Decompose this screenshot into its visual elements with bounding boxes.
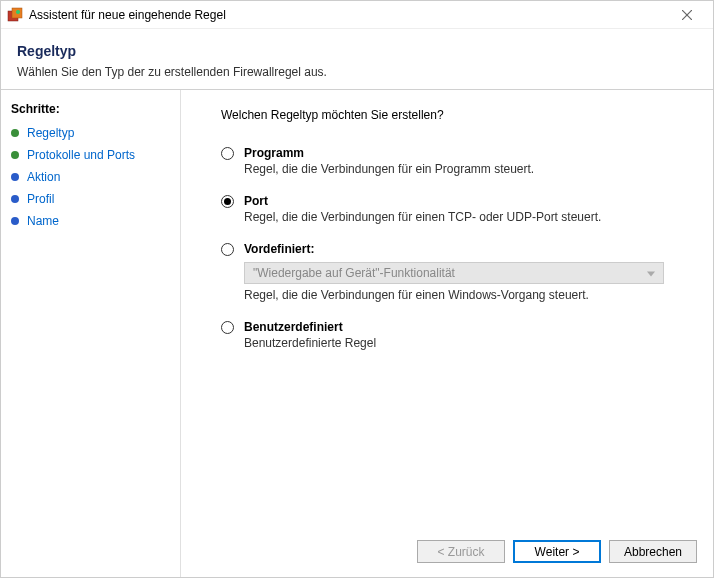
radio-custom[interactable] bbox=[221, 321, 234, 334]
titlebar: Assistent für neue eingehende Regel bbox=[1, 1, 713, 29]
option-body: Port Regel, die die Verbindungen für ein… bbox=[244, 194, 689, 224]
option-desc: Regel, die die Verbindungen für ein Prog… bbox=[244, 162, 689, 176]
page-title: Regeltyp bbox=[17, 43, 697, 59]
header: Regeltyp Wählen Sie den Typ der zu erste… bbox=[1, 29, 713, 89]
next-button[interactable]: Weiter > bbox=[513, 540, 601, 563]
option-body: Vordefiniert: "Wiedergabe auf Gerät"-Fun… bbox=[244, 242, 689, 302]
step-label: Name bbox=[27, 214, 59, 228]
step-label: Regeltyp bbox=[27, 126, 74, 140]
step-aktion[interactable]: Aktion bbox=[9, 166, 180, 188]
sidebar: Schritte: Regeltyp Protokolle und Ports … bbox=[1, 90, 181, 577]
main: Welchen Regeltyp möchten Sie erstellen? … bbox=[181, 90, 713, 577]
step-regeltyp[interactable]: Regeltyp bbox=[9, 122, 180, 144]
cancel-button[interactable]: Abbrechen bbox=[609, 540, 697, 563]
predefined-select-wrap: "Wiedergabe auf Gerät"-Funktionalität bbox=[244, 262, 689, 284]
body: Schritte: Regeltyp Protokolle und Ports … bbox=[1, 89, 713, 577]
step-bullet-icon bbox=[11, 129, 19, 137]
option-desc: Benutzerdefinierte Regel bbox=[244, 336, 689, 350]
option-program[interactable]: Programm Regel, die die Verbindungen für… bbox=[221, 146, 689, 176]
option-body: Benutzerdefiniert Benutzerdefinierte Reg… bbox=[244, 320, 689, 350]
page-subtitle: Wählen Sie den Typ der zu erstellenden F… bbox=[17, 65, 697, 79]
step-protokolle-und-ports[interactable]: Protokolle und Ports bbox=[9, 144, 180, 166]
option-body: Programm Regel, die die Verbindungen für… bbox=[244, 146, 689, 176]
option-desc: Regel, die die Verbindungen für einen Wi… bbox=[244, 288, 689, 302]
svg-point-2 bbox=[16, 10, 20, 14]
option-desc: Regel, die die Verbindungen für einen TC… bbox=[244, 210, 689, 224]
window-title: Assistent für neue eingehende Regel bbox=[29, 8, 667, 22]
predefined-select[interactable]: "Wiedergabe auf Gerät"-Funktionalität bbox=[244, 262, 664, 284]
step-label: Profil bbox=[27, 192, 54, 206]
predefined-select-value: "Wiedergabe auf Gerät"-Funktionalität bbox=[253, 266, 455, 280]
footer: < Zurück Weiter > Abbrechen bbox=[181, 528, 713, 577]
step-bullet-icon bbox=[11, 217, 19, 225]
close-button[interactable] bbox=[667, 1, 707, 28]
option-title: Benutzerdefiniert bbox=[244, 320, 689, 334]
step-label: Aktion bbox=[27, 170, 60, 184]
app-icon bbox=[7, 7, 23, 23]
radio-program[interactable] bbox=[221, 147, 234, 160]
back-button: < Zurück bbox=[417, 540, 505, 563]
option-title: Programm bbox=[244, 146, 689, 160]
step-bullet-icon bbox=[11, 173, 19, 181]
step-profil[interactable]: Profil bbox=[9, 188, 180, 210]
radio-predefined[interactable] bbox=[221, 243, 234, 256]
step-bullet-icon bbox=[11, 151, 19, 159]
step-bullet-icon bbox=[11, 195, 19, 203]
main-content: Welchen Regeltyp möchten Sie erstellen? … bbox=[181, 90, 713, 528]
option-port[interactable]: Port Regel, die die Verbindungen für ein… bbox=[221, 194, 689, 224]
prompt-text: Welchen Regeltyp möchten Sie erstellen? bbox=[221, 108, 689, 122]
radio-port[interactable] bbox=[221, 195, 234, 208]
option-predefined[interactable]: Vordefiniert: "Wiedergabe auf Gerät"-Fun… bbox=[221, 242, 689, 302]
option-title: Vordefiniert: bbox=[244, 242, 689, 256]
step-label: Protokolle und Ports bbox=[27, 148, 135, 162]
option-custom[interactable]: Benutzerdefiniert Benutzerdefinierte Reg… bbox=[221, 320, 689, 350]
option-title: Port bbox=[244, 194, 689, 208]
sidebar-header: Schritte: bbox=[9, 100, 180, 122]
step-name[interactable]: Name bbox=[9, 210, 180, 232]
